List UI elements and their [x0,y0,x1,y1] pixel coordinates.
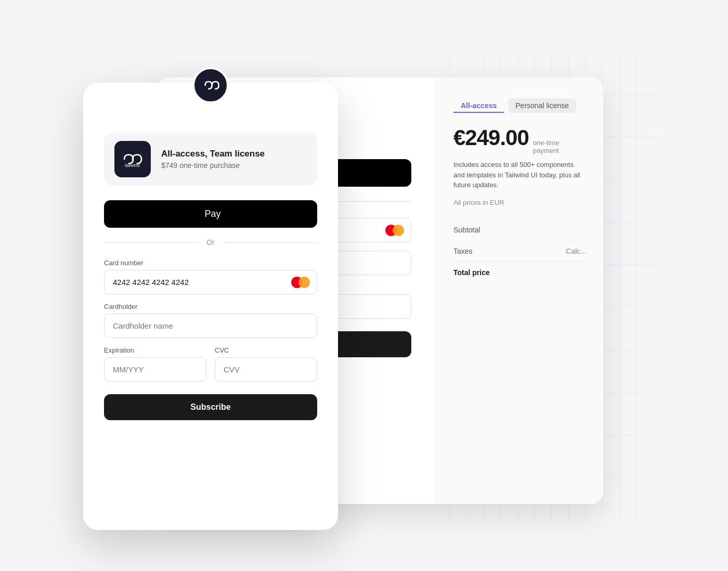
front-cardholder-input[interactable] [104,314,317,338]
total-line: Total price [453,262,587,283]
product-info: tailwind All-access, Team license $749 o… [104,133,317,186]
front-card-input-wrapper [104,270,317,294]
front-or-text: Or [206,238,215,246]
tailwind-circle-wave-icon [201,78,220,93]
back-card-right: All-access Personal license €249.00 one-… [437,77,603,504]
front-expiry-cvc-row: Expiration CVC [104,346,317,390]
tailwind-circle-badge [192,67,229,103]
price-description: Includes access to all 500+ components a… [453,160,587,190]
price-note: one-time payment [533,139,587,154]
taxes-value: Calc... [566,247,587,255]
front-expiry-group: Expiration [104,346,206,382]
mastercard-icon [385,225,404,236]
tailwind-badge-wrapper [192,67,229,103]
taxes-label: Taxes [453,247,473,255]
main-container: tailwind UI Something › Something › Paym… [52,51,676,520]
front-card-number-group: Card number [104,259,317,294]
price-display: €249.00 one-time payment [453,125,587,154]
currency-note: All prices in EUR [453,199,587,206]
product-details: All-access, Team license $749 one-time p… [161,149,265,170]
front-cardholder-group: Cardholder [104,303,317,338]
subtotal-label: Subtotal [453,226,480,234]
tab-all-access[interactable]: All-access [453,98,504,113]
front-cvc-label: CVC [215,346,317,354]
front-expiry-label: Expiration [104,346,206,354]
subtotal-line: Subtotal [453,219,587,240]
front-card-number-label: Card number [104,259,317,267]
tab-personal-license[interactable]: Personal license [508,98,576,113]
plan-tabs: All-access Personal license [453,98,587,113]
front-subscribe-button[interactable]: Subscribe [104,394,317,420]
front-card: tailwind All-access, Team license $749 o… [83,83,338,530]
front-or-line-right [223,242,317,243]
price-amount: €249.00 [453,125,529,150]
front-expiry-input[interactable] [104,357,206,382]
product-price-text: $749 one-time purchase [161,161,265,170]
front-subscribe-label: Subscribe [190,403,230,411]
front-cvc-input[interactable] [215,357,317,382]
front-cvc-group: CVC [215,346,317,382]
product-logo-icon: tailwind [121,150,144,168]
total-label: Total price [453,268,490,277]
front-cardholder-label: Cardholder [104,303,317,310]
front-mastercard-icon [291,277,310,288]
front-card-number-input[interactable] [104,270,317,294]
product-logo: tailwind [114,141,151,177]
taxes-line: Taxes Calc... [453,240,587,262]
svg-text:tailwind: tailwind [125,163,140,168]
front-or-line-left [104,242,198,243]
product-name: All-access, Team license [161,149,265,159]
front-or-divider: Or [104,238,317,246]
front-apple-pay-button[interactable]: Pay [104,200,317,228]
front-apple-pay-label: Pay [204,209,220,219]
